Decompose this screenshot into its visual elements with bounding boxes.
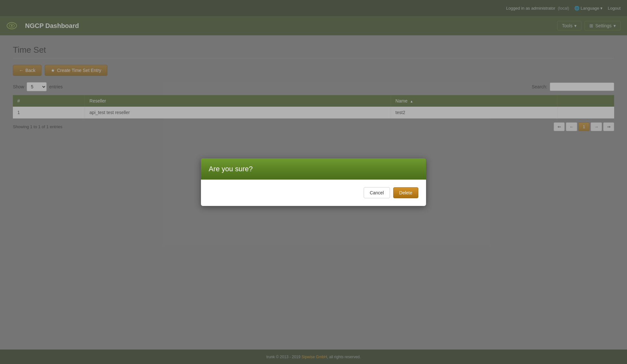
modal-title: Are you sure? bbox=[209, 165, 418, 173]
modal-body: Cancel Delete bbox=[201, 180, 426, 206]
cancel-button[interactable]: Cancel bbox=[364, 187, 390, 198]
confirm-dialog: Are you sure? Cancel Delete bbox=[201, 158, 426, 206]
modal-header: Are you sure? bbox=[201, 158, 426, 180]
delete-button[interactable]: Delete bbox=[393, 187, 418, 198]
modal-overlay: Are you sure? Cancel Delete bbox=[0, 0, 627, 364]
